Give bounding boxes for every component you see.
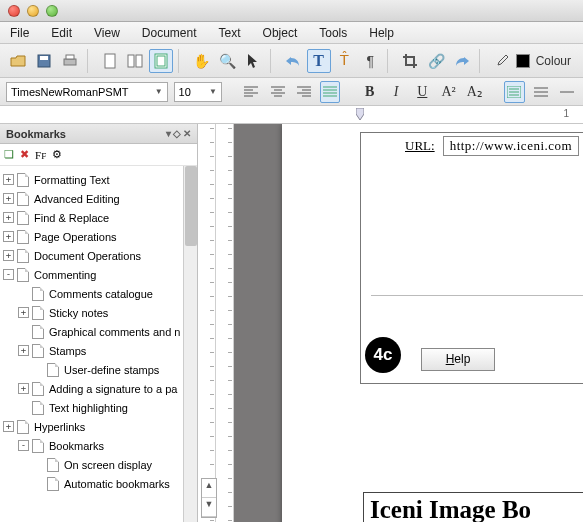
bookmark-item[interactable]: On screen display [0,455,197,474]
expand-icon[interactable]: + [3,212,14,223]
expand-icon[interactable]: + [3,250,14,261]
tree-scrollbar[interactable] [183,166,197,522]
bookmark-item[interactable]: +Hyperlinks [0,417,197,436]
page-continuous-icon[interactable] [149,49,173,73]
bookmarks-tree[interactable]: +Formatting Text+Advanced Editing+Find &… [0,166,197,522]
expand-icon[interactable]: + [18,383,29,394]
ruler-indent-marker[interactable] [356,108,364,122]
menu-view[interactable]: View [90,24,124,42]
window-close-button[interactable] [8,5,20,17]
colour-swatch[interactable] [516,54,530,68]
bookmark-item[interactable]: Automatic bookmarks [0,474,197,493]
font-size-select[interactable]: 10 ▼ [174,82,222,102]
crop-tool-icon[interactable] [398,49,422,73]
font-family-select[interactable]: TimesNewRomanPSMT ▼ [6,82,168,102]
align-justify-icon[interactable] [320,81,340,103]
bookmark-item[interactable]: +Advanced Editing [0,189,197,208]
bold-icon[interactable]: B [360,81,380,103]
menu-text[interactable]: Text [215,24,245,42]
menu-file[interactable]: File [6,24,33,42]
bookmark-label: Adding a signature to a pa [49,383,177,395]
save-icon[interactable] [32,49,56,73]
bookmark-item[interactable]: +Formatting Text [0,170,197,189]
align-left-icon[interactable] [241,81,261,103]
open-icon[interactable] [6,49,30,73]
bookmark-item[interactable]: +Document Operations [0,246,197,265]
url-field[interactable]: http://www.iceni.com [443,136,580,156]
list-lines-icon[interactable] [531,81,551,103]
collapse-icon[interactable]: - [3,269,14,280]
window-zoom-button[interactable] [46,5,58,17]
bookmark-item[interactable]: +Adding a signature to a pa [0,379,197,398]
window-minimize-button[interactable] [27,5,39,17]
menu-help[interactable]: Help [365,24,398,42]
bookmark-label: On screen display [64,459,152,471]
expand-icon[interactable]: + [3,231,14,242]
bookmark-item[interactable]: -Bookmarks [0,436,197,455]
bookmark-item[interactable]: Graphical comments and n [0,322,197,341]
bookmark-item[interactable]: +Stamps [0,341,197,360]
eyedropper-icon[interactable] [490,49,514,73]
bookmark-item[interactable]: Text highlighting [0,398,197,417]
expand-icon[interactable]: + [18,345,29,356]
align-center-icon[interactable] [268,81,288,103]
undo-icon[interactable] [281,49,305,73]
zoom-spinner[interactable]: ▲ ▼ [201,478,217,518]
menu-object[interactable]: Object [259,24,302,42]
zoom-tool-icon[interactable]: 🔍 [215,49,239,73]
link-tool-icon[interactable]: 🔗 [424,49,448,73]
bookmark-item[interactable]: -Commenting [0,265,197,284]
bookmark-item[interactable]: +Find & Replace [0,208,197,227]
panel-close-icon[interactable]: ✕ [183,128,191,139]
list-boxed-icon[interactable] [504,81,524,103]
scrollbar-thumb[interactable] [185,166,197,246]
bookmark-item[interactable]: +Page Operations [0,227,197,246]
collapse-icon[interactable]: - [18,440,29,451]
bookmark-item[interactable]: +Sticky notes [0,303,197,322]
list-none-icon[interactable] [557,81,577,103]
page-facing-icon[interactable] [123,49,147,73]
page-icon [32,382,44,396]
pointer-tool-icon[interactable] [241,49,265,73]
menu-document[interactable]: Document [138,24,201,42]
bookmarks-toolbar: ❏ ✖ FF ⚙ [0,144,197,166]
menu-bar: File Edit View Document Text Object Tool… [0,22,583,44]
superscript-icon[interactable]: A² [438,81,458,103]
hand-tool-icon[interactable]: ✋ [189,49,213,73]
page-icon [17,211,29,225]
main-toolbar: ✋ 🔍 T T̂ ¶ 🔗 Colour [0,44,583,78]
text-edit-icon[interactable]: T̂ [333,49,357,73]
underline-icon[interactable]: U [412,81,432,103]
panel-pin-icon[interactable]: ◇ [173,128,181,139]
menu-edit[interactable]: Edit [47,24,76,42]
italic-icon[interactable]: I [386,81,406,103]
align-right-icon[interactable] [294,81,314,103]
bookmark-item[interactable]: User-define stamps [0,360,197,379]
menu-tools[interactable]: Tools [315,24,351,42]
paragraph-icon[interactable]: ¶ [358,49,382,73]
zoom-down-icon[interactable]: ▼ [202,498,216,517]
url-label: URL: [405,138,435,154]
text-tool-icon[interactable]: T [307,49,331,73]
zoom-up-icon[interactable]: ▲ [202,479,216,498]
panel-menu-icon[interactable]: ▾ [166,128,171,139]
bookmark-delete-icon[interactable]: ✖ [20,148,29,161]
font-family-value: TimesNewRomanPSMT [11,86,129,98]
expand-icon[interactable]: + [3,193,14,204]
ruler-tick-label: 1 [563,108,569,119]
bookmark-item[interactable]: Comments catalogue [0,284,197,303]
print-icon[interactable] [58,49,82,73]
bookmarks-panel-title: Bookmarks [6,128,66,140]
bookmark-options-icon[interactable]: ⚙ [52,148,62,161]
expand-icon[interactable]: + [18,307,29,318]
bookmark-font-icon[interactable]: FF [35,149,46,161]
expand-icon[interactable]: + [3,421,14,432]
expand-icon[interactable]: + [3,174,14,185]
page-single-icon[interactable] [98,49,122,73]
redo-icon[interactable] [450,49,474,73]
help-button[interactable]: Help [421,348,495,371]
bookmark-label: Document Operations [34,250,141,262]
horizontal-ruler[interactable]: 1 [0,106,583,124]
subscript-icon[interactable]: A₂ [465,81,485,103]
bookmark-add-icon[interactable]: ❏ [4,148,14,161]
